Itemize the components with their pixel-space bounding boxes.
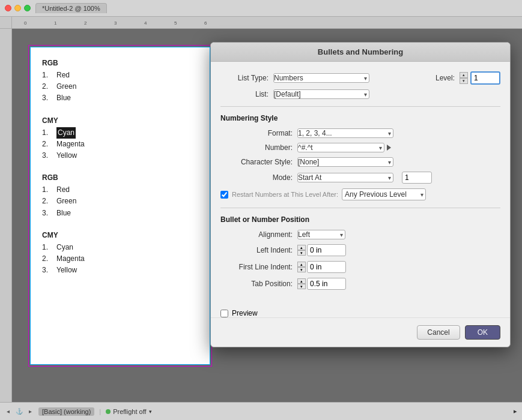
document-tab[interactable]: *Untitled-2 @ 100% xyxy=(35,3,107,13)
status-arrow[interactable]: ▸ xyxy=(514,407,517,415)
tab-position-spinner-btns: ▴ ▾ xyxy=(297,278,306,289)
preflight-section: Preflight off ▾ xyxy=(106,408,151,415)
list-item: 2. Magenta xyxy=(42,139,198,150)
list-num: 3. xyxy=(42,92,52,104)
working-badge[interactable]: [Basic] (working) xyxy=(38,407,94,416)
tab-position-input[interactable]: 0.5 in xyxy=(307,278,346,290)
mode-label: Mode: xyxy=(220,173,293,182)
list-text: Red xyxy=(56,184,70,196)
group-title: CMY xyxy=(42,116,198,125)
tab-position-label: Tab Position: xyxy=(220,280,293,288)
list-text: Red xyxy=(56,70,70,81)
character-style-select[interactable]: [None] xyxy=(297,157,393,167)
section-divider xyxy=(220,106,500,107)
tab-position-spinner: ▴ ▾ 0.5 in xyxy=(297,278,346,290)
mode-select[interactable]: Start At Continue from Previous Number xyxy=(297,173,393,182)
group-title: RGB xyxy=(42,173,198,182)
list-item: 1. Cyan xyxy=(42,127,198,139)
left-indent-down-button[interactable]: ▾ xyxy=(297,250,306,256)
preflight-dropdown-icon[interactable]: ▾ xyxy=(149,409,152,415)
nav-prev-button[interactable]: ◂ xyxy=(5,407,11,415)
number-row: Number: ^#.^t xyxy=(220,143,500,152)
preflight-label[interactable]: Preflight off xyxy=(113,408,146,415)
list-item: 3. Blue xyxy=(42,208,198,219)
document-page: RGB 1. Red 2. Green 3. Blue xyxy=(30,47,210,365)
ruler-tick: 0 xyxy=(24,20,26,26)
restart-checkbox[interactable] xyxy=(220,191,228,199)
ruler-tick: 1 xyxy=(54,20,56,26)
ruler-corner xyxy=(0,17,12,29)
group-title: CMY xyxy=(42,231,198,239)
alignment-row: Alignment: Left Center Right xyxy=(220,230,500,239)
list-row: List: [Default] xyxy=(220,89,500,99)
level-spinner: ▴ ▾ xyxy=(460,72,468,84)
list-select[interactable]: [Default] xyxy=(273,89,369,99)
first-line-indent-row: First Line Indent: ▴ ▾ 0 in xyxy=(220,261,500,273)
list-item: 2. Green xyxy=(42,81,198,92)
number-expand-button[interactable] xyxy=(387,145,391,151)
list-type-select[interactable]: Numbers Bullets None xyxy=(273,73,369,83)
minimize-button[interactable] xyxy=(14,5,21,11)
level-input[interactable]: 1 xyxy=(470,71,500,85)
format-row: Format: 1, 2, 3, 4... A, B, C, D... a, b… xyxy=(220,128,500,138)
cancel-button[interactable]: Cancel xyxy=(417,325,460,340)
list-num: 2. xyxy=(42,196,52,207)
preview-checkbox[interactable] xyxy=(220,310,228,317)
first-line-indent-spinner-btns: ▴ ▾ xyxy=(297,262,306,272)
format-select[interactable]: 1, 2, 3, 4... A, B, C, D... a, b, c, d..… xyxy=(297,128,393,138)
level-control: ▴ ▾ 1 xyxy=(460,71,500,85)
tab-position-row: Tab Position: ▴ ▾ 0.5 in xyxy=(220,278,500,290)
dialog-footer: Cancel OK xyxy=(211,317,510,347)
mode-number-input[interactable]: 1 xyxy=(402,172,432,184)
character-style-row: Character Style: [None] xyxy=(220,157,500,167)
list-num: 2. xyxy=(42,139,52,150)
number-select[interactable]: ^#.^t xyxy=(297,143,384,152)
nav-controls: ◂ ⚓ ▸ xyxy=(5,407,34,415)
list-text: Green xyxy=(56,196,76,207)
ruler-tick: 2 xyxy=(84,20,86,26)
nav-anchor-button[interactable]: ⚓ xyxy=(14,407,25,415)
list-group-rgb-2: RGB 1. Red 2. Green 3. Blue xyxy=(42,173,198,219)
list-item: 1. Cyan xyxy=(42,242,198,253)
restart-label: Restart Numbers at This Level After: xyxy=(232,191,338,198)
mode-select-wrapper: Start At Continue from Previous Number xyxy=(297,173,393,182)
list-item: 1. Red xyxy=(42,184,198,196)
left-indent-spinner: ▴ ▾ 0 in xyxy=(297,244,346,256)
ruler-tick: 5 xyxy=(174,20,177,26)
bullets-numbering-dialog[interactable]: Bullets and Numbering List Type: Numbers… xyxy=(210,42,511,347)
number-select-wrapper: ^#.^t xyxy=(297,143,384,152)
restart-select-wrapper: Any Previous Level xyxy=(342,188,426,200)
tab-position-down-button[interactable]: ▾ xyxy=(297,284,306,289)
tab-position-up-button[interactable]: ▴ xyxy=(297,278,306,284)
ok-button[interactable]: OK xyxy=(465,325,500,340)
first-line-indent-spinner: ▴ ▾ 0 in xyxy=(297,261,346,273)
window-controls xyxy=(5,5,31,11)
left-indent-input[interactable]: 0 in xyxy=(307,244,346,256)
first-line-indent-down-button[interactable]: ▾ xyxy=(297,267,306,272)
close-button[interactable] xyxy=(5,5,11,11)
maximize-button[interactable] xyxy=(24,5,31,11)
dialog-body: List Type: Numbers Bullets None Level: ▴ xyxy=(211,62,510,304)
format-label: Format: xyxy=(220,129,293,137)
list-type-row: List Type: Numbers Bullets None Level: ▴ xyxy=(220,71,500,85)
section-divider-2 xyxy=(220,208,500,208)
list-text: Green xyxy=(56,81,76,92)
list-text: Yellow xyxy=(56,150,77,161)
level-down-button[interactable]: ▾ xyxy=(460,78,468,84)
first-line-indent-input[interactable]: 0 in xyxy=(307,261,346,273)
number-input-row: ^#.^t xyxy=(297,143,391,152)
level-up-button[interactable]: ▴ xyxy=(460,72,468,78)
list-type-select-wrapper: Numbers Bullets None xyxy=(273,73,369,83)
first-line-indent-up-button[interactable]: ▴ xyxy=(297,262,306,267)
list-text: Magenta xyxy=(56,139,85,150)
nav-next-button[interactable]: ▸ xyxy=(27,407,34,415)
list-select-wrapper: [Default] xyxy=(273,89,369,99)
list-label: List: xyxy=(220,90,269,98)
restart-select[interactable]: Any Previous Level xyxy=(342,188,426,200)
ruler-tick: 6 xyxy=(204,20,207,26)
alignment-select[interactable]: Left Center Right xyxy=(297,230,345,239)
left-indent-up-button[interactable]: ▴ xyxy=(297,245,306,250)
group-title: RGB xyxy=(42,59,198,67)
dialog-title: Bullets and Numbering xyxy=(211,43,510,62)
alignment-select-wrapper: Left Center Right xyxy=(297,230,345,239)
